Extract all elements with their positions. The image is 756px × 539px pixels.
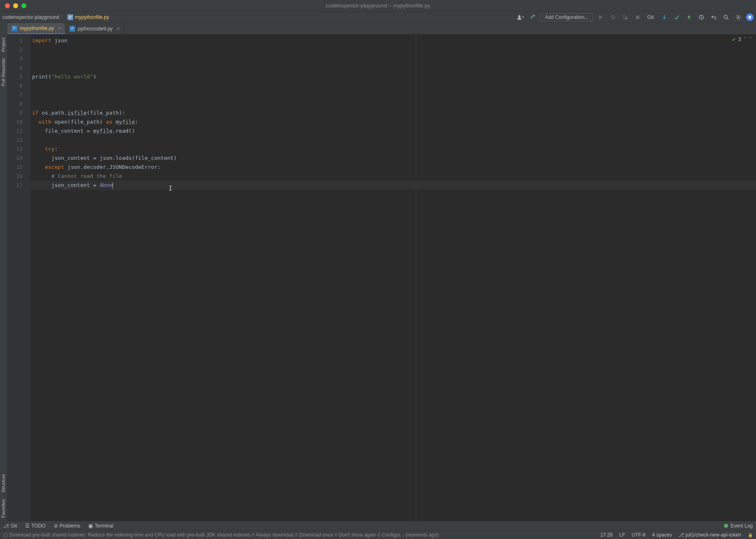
line-number[interactable]: 2 [7,45,30,54]
inspection-count: 3 [738,36,741,42]
code-line[interactable]: print("hello world") [30,72,756,81]
status-position[interactable]: 17:26 [600,532,613,538]
plugin-badge-icon[interactable] [746,14,754,21]
code-line[interactable]: file_content = myfile.read() [30,127,756,136]
check-icon: ✔ [732,36,735,42]
branch-icon [3,523,9,529]
sidebar-structure[interactable]: Structure [0,471,7,496]
python-file-icon: P [67,14,73,20]
line-number[interactable]: 8 [7,99,30,108]
close-icon[interactable]: × [115,26,120,32]
code-line[interactable]: if os.path.isfile(file_path): [30,108,756,117]
sidebar-pull-requests[interactable]: Pull Requests [0,55,7,90]
code-line[interactable] [30,45,756,54]
minimize-window-button[interactable] [13,3,18,8]
settings-icon[interactable] [734,13,743,22]
statusbar: ▢ Download pre-built shared indexes: Red… [0,530,756,539]
line-number[interactable]: 3 [7,54,30,63]
code-line[interactable] [30,99,756,108]
code-line[interactable] [30,63,756,72]
line-number[interactable]: 16 [7,172,30,181]
code-line[interactable]: import json [30,36,756,45]
code-line[interactable]: except json.decoder.JSONDecodeError: [30,163,756,172]
search-icon[interactable] [721,13,731,22]
history-icon[interactable] [697,13,706,22]
sidebar-project[interactable]: Project [0,35,7,55]
user-icon[interactable]: ▾ [516,13,525,22]
code-line[interactable] [30,81,756,90]
code-line[interactable]: try: [30,145,756,154]
svg-point-6 [724,15,727,18]
line-number[interactable]: 14 [7,154,30,163]
lock-icon[interactable] [748,532,753,537]
close-window-button[interactable] [5,3,10,8]
status-encoding[interactable]: UTF-8 [632,532,645,538]
code-line[interactable] [30,54,756,63]
run-button[interactable] [596,13,605,22]
status-indent[interactable]: 4 spaces [652,532,672,538]
close-icon[interactable]: × [56,25,61,31]
tab-pythoncode9[interactable]: P pythoncode9.py × [65,23,124,34]
breadcrumb-file[interactable]: mypythonfile.py [75,14,109,20]
line-number[interactable]: 6 [7,81,30,90]
code-line[interactable]: with open(file_path) as myfile: [30,117,756,127]
python-file-icon: P [69,26,75,32]
hammer-icon[interactable] [528,13,537,22]
breadcrumb-project[interactable]: codeinspector-playground [2,14,59,20]
line-number[interactable]: 15 [7,163,30,172]
status-message[interactable]: ▢ Download pre-built shared indexes: Red… [3,532,439,538]
coverage-button[interactable] [621,13,630,22]
tool-todo[interactable]: ☰ TODO [25,523,45,529]
tool-event-log[interactable]: Event Log [724,523,753,529]
editor-tabs: P mypythonfile.py × P pythoncode9.py × [0,23,756,35]
breadcrumb: codeinspector-playground 〉 P mypythonfil… [2,14,109,21]
svg-point-8 [738,16,739,18]
tool-terminal[interactable]: ▣ Terminal [88,523,113,529]
branch-icon [678,532,684,538]
line-number[interactable]: 12 [7,136,30,145]
code-line[interactable] [30,136,756,145]
code-line[interactable]: # Cannot read the file [30,172,756,181]
python-file-icon: P [12,25,17,31]
line-number[interactable]: 10 [7,117,30,127]
revert-icon[interactable] [709,13,718,22]
stop-button[interactable] [633,13,642,22]
titlebar: codeinspector-playground – mypythonfile.… [0,0,756,12]
chevron-down-icon[interactable]: ˅ [749,36,752,42]
window-controls [0,3,26,8]
line-number[interactable]: 11 [7,127,30,136]
git-update-icon[interactable] [660,13,669,22]
status-line-separator[interactable]: LF [619,532,625,538]
sidebar-favorites[interactable]: Favorites [0,496,7,521]
code-editor[interactable]: ✔ 3 ˄ ˅ I import jsonprint("hello world"… [30,35,756,521]
debug-button[interactable] [608,13,618,22]
code-line[interactable]: json_content = json.loads(file_content) [30,154,756,163]
line-number[interactable]: 7 [7,90,30,99]
navigation-bar: codeinspector-playground 〉 P mypythonfil… [0,12,756,23]
line-number[interactable]: 4 [7,63,30,72]
code-line[interactable] [30,90,756,99]
notification-dot-icon [724,524,728,528]
git-commit-icon[interactable] [672,13,681,22]
svg-rect-9 [749,16,751,18]
line-number[interactable]: 1 [7,36,30,45]
run-configuration-dropdown[interactable]: Add Configuration... [540,13,593,21]
line-number[interactable]: 17 [7,181,30,190]
git-push-icon[interactable] [685,13,694,22]
chevron-up-icon[interactable]: ˄ [744,36,747,42]
svg-line-7 [727,18,728,20]
line-number[interactable]: 9 [7,108,30,117]
tab-mypythonfile[interactable]: P mypythonfile.py × [7,23,65,34]
breadcrumb-separator: 〉 [61,14,66,21]
maximize-window-button[interactable] [21,3,26,8]
status-branch[interactable]: juli1/check-new-api-token [678,532,741,538]
tab-label: pythoncode9.py [78,26,113,32]
code-line[interactable]: json_content = None [30,181,756,190]
tool-git[interactable]: Git [3,523,17,529]
line-number[interactable]: 5 [7,72,30,81]
tool-problems[interactable]: ⊘ Problems [54,523,81,529]
inspection-widget[interactable]: ✔ 3 ˄ ˅ [732,36,752,42]
svg-rect-4 [636,16,639,19]
line-number[interactable]: 13 [7,145,30,154]
svg-point-3 [625,17,627,20]
